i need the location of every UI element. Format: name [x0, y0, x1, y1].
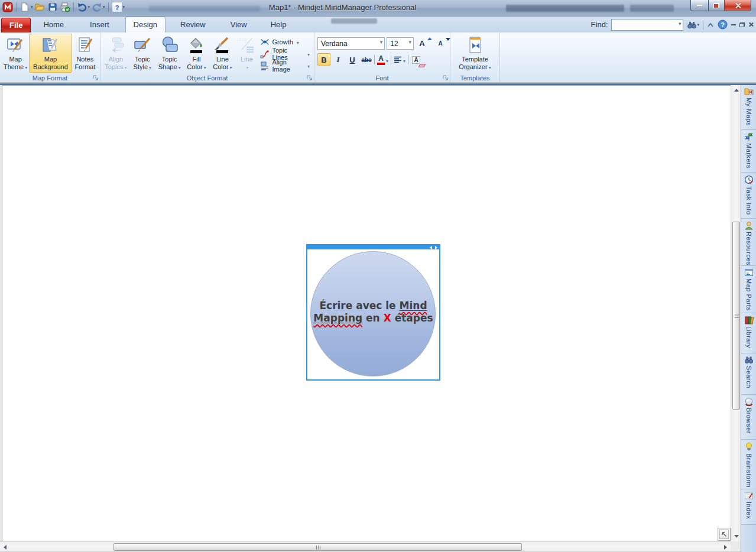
tab-view[interactable]: View	[223, 17, 255, 33]
tab-help[interactable]: Help	[263, 17, 294, 33]
topic-lines-button[interactable]: Topic Lines	[260, 48, 310, 59]
screen-artifact	[331, 18, 377, 24]
window-controls	[690, 0, 751, 11]
group-templates: Template Organizer Templates	[450, 33, 500, 82]
find-binoculars-icon[interactable]: ▾	[687, 19, 699, 31]
font-dialog-launcher-icon[interactable]	[442, 74, 449, 81]
map-theme-button[interactable]: Map Theme	[2, 34, 29, 73]
shrink-font-button[interactable]: A	[434, 37, 447, 50]
sidebar-tab-markers[interactable]: Markers	[741, 130, 756, 173]
central-topic-text: Écrire avec le Mind Mapping en X étapes	[307, 300, 439, 325]
line-button[interactable]: Line	[235, 34, 258, 73]
scroll-down-button[interactable]	[731, 531, 741, 541]
growth-icon	[260, 37, 270, 47]
topic-selection-bar[interactable]	[307, 245, 439, 249]
sidebar-tab-my-maps[interactable]: My Maps	[741, 85, 756, 130]
align-topics-button[interactable]: Align Topics	[102, 34, 129, 73]
font-size-select[interactable]: 12	[387, 37, 414, 50]
binoculars-dropdown-icon[interactable]: ▾	[697, 22, 699, 27]
dropdown-arrow-icon	[177, 63, 181, 70]
sidebar-tab-task-info[interactable]: Task Info	[741, 173, 756, 219]
line-color-icon	[213, 35, 232, 54]
scroll-right-button[interactable]	[721, 542, 731, 552]
central-topic[interactable]: Écrire avec le Mind Mapping en X étapes	[306, 244, 440, 381]
sidebar-tab-browser[interactable]: Browser	[741, 395, 756, 440]
fit-map-button[interactable]	[718, 528, 731, 541]
group-label-object-format: Object Format	[100, 74, 314, 82]
font-family-select[interactable]: Verdana	[317, 37, 385, 50]
tab-home[interactable]: Home	[35, 17, 72, 33]
object-format-small-buttons: Growth Topic Lines Align Image	[258, 34, 312, 71]
topic-shape-icon	[160, 35, 179, 54]
dropdown-arrow-icon	[203, 63, 206, 70]
template-organizer-icon	[466, 35, 485, 54]
map-canvas[interactable]: Écrire avec le Mind Mapping en X étapes	[0, 85, 731, 541]
font-color-button[interactable]: A	[376, 53, 390, 66]
topic-style-icon	[133, 35, 152, 54]
horizontal-scroll-thumb[interactable]	[113, 543, 522, 551]
fill-color-button[interactable]: Fill Color	[184, 34, 210, 73]
italic-button[interactable]: I	[332, 53, 345, 66]
strikethrough-button[interactable]: abc	[360, 53, 373, 66]
topic-style-button[interactable]: Topic Style	[129, 34, 155, 73]
growth-button[interactable]: Growth	[260, 37, 310, 47]
bold-button[interactable]: B	[317, 53, 330, 66]
horizontal-scrollbar[interactable]	[0, 541, 731, 551]
minimize-ribbon-icon[interactable]	[707, 19, 714, 31]
library-icon	[744, 316, 754, 324]
ribbon-help-icon[interactable]: ?	[718, 19, 728, 31]
document-minimize-icon[interactable]	[731, 19, 736, 31]
restore-button[interactable]	[708, 0, 725, 11]
scroll-left-button[interactable]	[0, 542, 10, 552]
topic-text-line2: Mapping en X étapes	[307, 312, 439, 324]
align-image-button[interactable]: Align Image	[260, 60, 310, 71]
sidebar-tab-library[interactable]: Library	[741, 313, 756, 353]
group-label-map-format: Map Format	[0, 74, 100, 82]
dropdown-arrow-icon	[24, 63, 27, 70]
minimize-button[interactable]	[690, 0, 708, 11]
tab-file[interactable]: File	[1, 18, 31, 33]
vertical-scrollbar[interactable]	[731, 85, 741, 541]
dropdown-arrow-icon	[306, 62, 310, 69]
grow-font-button[interactable]: A	[416, 37, 429, 50]
align-topics-icon	[106, 35, 125, 54]
tab-design[interactable]: Design	[125, 17, 166, 33]
application-window: ▾ ▾ ▾ ? ▾ Map1* - Mind	[0, 0, 756, 552]
template-organizer-button[interactable]: Template Organizer	[454, 34, 497, 73]
document-restore-icon[interactable]	[739, 19, 745, 31]
scroll-up-button[interactable]	[731, 85, 741, 95]
object-format-dialog-launcher-icon[interactable]	[306, 74, 313, 81]
document-close-icon[interactable]	[748, 19, 754, 31]
sidebar-tab-label: Resources	[745, 232, 752, 265]
task-pane-sidebar: My Maps Markers Task Info Resources Map …	[741, 85, 756, 552]
sidebar-tab-brainstorm[interactable]: Brainstorm	[741, 440, 756, 489]
text-alignment-button[interactable]	[392, 53, 407, 66]
map-background-button[interactable]: Map Background	[29, 34, 72, 73]
find-input[interactable]	[611, 19, 683, 31]
sidebar-tab-index[interactable]: Index	[741, 489, 756, 525]
fill-color-label: Fill Color	[186, 56, 208, 70]
clear-formatting-button[interactable]: A	[410, 53, 423, 66]
group-font: Verdana 12 A A B I U abc A	[314, 33, 450, 82]
dropdown-arrow-icon	[229, 63, 232, 70]
sidebar-tab-label: My Maps	[745, 98, 752, 126]
map-format-dialog-launcher-icon[interactable]	[92, 74, 99, 81]
separator	[374, 55, 375, 64]
map-background-icon	[41, 35, 60, 54]
topic-shape-button[interactable]: Topic Shape	[155, 34, 184, 73]
vertical-scroll-thumb[interactable]	[732, 222, 740, 410]
sidebar-tab-label: Markers	[745, 143, 752, 168]
tab-insert[interactable]: Insert	[82, 17, 117, 33]
sidebar-tab-map-parts[interactable]: Map Parts	[741, 266, 756, 313]
dropdown-arrow-icon	[306, 50, 310, 57]
fill-color-icon	[187, 35, 206, 54]
sidebar-tab-resources[interactable]: Resources	[741, 219, 756, 266]
underline-button[interactable]: U	[346, 53, 359, 66]
window-title: Map1* - Mindjet MindManager Professional	[0, 3, 685, 12]
titlebar[interactable]: ▾ ▾ ▾ ? ▾ Map1* - Mind	[0, 0, 756, 17]
line-color-button[interactable]: Line Color	[209, 34, 235, 73]
notes-format-button[interactable]: Notes Format	[72, 34, 98, 73]
sidebar-tab-search[interactable]: Search	[741, 353, 756, 395]
close-button[interactable]	[725, 0, 751, 11]
tab-review[interactable]: Review	[173, 17, 213, 33]
